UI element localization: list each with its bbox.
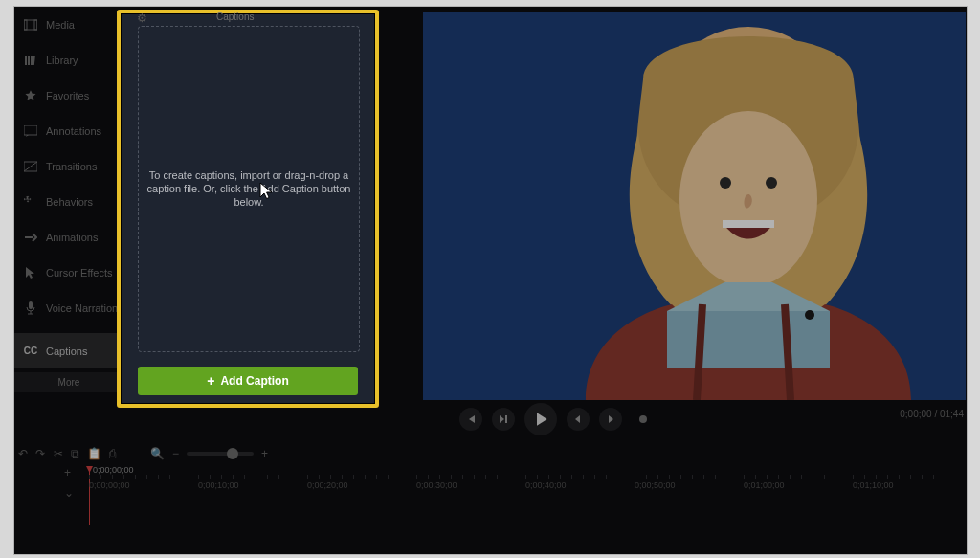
prev-marker-button[interactable] (567, 408, 590, 431)
media-icon (24, 18, 37, 32)
video-preview (423, 12, 966, 400)
sidebar-more[interactable]: More (14, 372, 123, 392)
svg-rect-2 (34, 20, 37, 30)
timeline-tick: 0;00;30;00 (416, 477, 498, 490)
timeline-toolbar: ↶ ↷ ✂ ⧉ 📋 ⎙ 🔍 − + (18, 442, 963, 465)
svg-rect-7 (24, 125, 37, 135)
sidebar-item-annotations[interactable]: Annotations (14, 113, 123, 148)
timeline-tick: 0;01;00;00 (744, 477, 825, 490)
paste-button[interactable]: 📋 (87, 447, 101, 460)
sidebar-label: Behaviors (46, 196, 93, 208)
sidebar-label: Library (46, 55, 78, 66)
timeline-tick: 0;00;20;00 (307, 477, 389, 490)
undo-button[interactable]: ↶ (18, 447, 28, 460)
collapse-track-button[interactable]: ⌄ (64, 486, 74, 500)
timeline-tick: 0;00;50;00 (635, 477, 716, 490)
cut-button[interactable]: ✂ (54, 447, 63, 460)
captions-drop-zone[interactable]: To create captions, import or drag-n-dro… (138, 26, 360, 352)
preview-frame (423, 12, 966, 400)
timecode: 0;00;00 / 01;44 (900, 409, 964, 419)
sidebar-item-behaviors[interactable]: Behaviors (14, 184, 123, 219)
play-button[interactable] (524, 403, 557, 435)
zoom-in-button[interactable]: + (261, 447, 268, 460)
svg-rect-3 (25, 56, 27, 65)
sidebar-label: Favorites (46, 90, 89, 101)
sidebar-label: Annotations (46, 125, 101, 137)
svg-rect-9 (29, 301, 33, 309)
copy-button[interactable]: ⧉ (71, 447, 79, 460)
zoom-out-button[interactable]: − (172, 447, 179, 460)
add-caption-button[interactable]: + Add Caption (138, 367, 358, 395)
timeline-tick: 0;00;40;00 (525, 477, 607, 490)
playhead-timecode: 0;00;00;00 (93, 465, 134, 475)
sidebar-label: Captions (46, 346, 87, 357)
behaviors-icon (24, 195, 37, 209)
svg-rect-0 (24, 20, 37, 30)
svg-rect-6 (33, 56, 35, 65)
svg-point-17 (805, 310, 814, 320)
annotations-icon (24, 124, 37, 138)
sidebar-item-animations[interactable]: Animations (14, 219, 123, 255)
sidebar-item-captions[interactable]: CCCaptions (14, 333, 123, 368)
sidebar-label: Animations (46, 232, 98, 243)
sidebar-item-cursor-effects[interactable]: Cursor Effects (14, 255, 123, 290)
timeline: +⌄ 0;00;00;00 0;00;00;000;00;10;000;00;2… (18, 466, 963, 550)
playback-bar: 0;00;00 / 01;44 (423, 400, 966, 433)
record-button[interactable] (632, 408, 655, 431)
sidebar-item-transitions[interactable]: Transitions (14, 148, 123, 184)
captions-panel-title: Captions (216, 11, 254, 22)
svg-rect-4 (28, 56, 30, 65)
zoom-slider-knob[interactable] (227, 448, 238, 459)
svg-rect-15 (723, 220, 774, 228)
add-caption-label: Add Caption (220, 374, 288, 388)
zoom-fit-button[interactable]: 🔍 (150, 447, 165, 460)
timeline-ruler[interactable]: 0;00;00;00 0;00;00;000;00;10;000;00;20;0… (89, 466, 963, 533)
mic-icon (24, 301, 37, 315)
transitions-icon (24, 160, 37, 173)
svg-point-13 (720, 177, 731, 189)
prev-frame-button[interactable] (459, 408, 482, 431)
sidebar-label: Transitions (46, 161, 97, 172)
captions-drop-instructions: To create captions, import or drag-n-dro… (146, 168, 351, 209)
sidebar-label: Voice Narration (46, 302, 118, 314)
plus-icon: + (207, 373, 214, 389)
sidebar-label: Media (46, 19, 75, 31)
library-icon (24, 54, 37, 67)
svg-point-18 (639, 415, 647, 423)
add-track-button[interactable]: + (64, 466, 74, 480)
next-marker-button[interactable] (599, 408, 622, 431)
cursor-icon (24, 266, 37, 279)
gear-icon[interactable]: ⚙ (137, 11, 147, 25)
step-button[interactable] (492, 408, 515, 431)
timeline-tick: 0;00;10;00 (198, 477, 279, 490)
svg-point-14 (766, 177, 777, 189)
svg-rect-5 (31, 56, 33, 65)
track-add-remove: +⌄ (64, 466, 74, 500)
timeline-tick: 0;01;10;00 (853, 477, 934, 490)
captions-panel: ⚙ Captions To create captions, import or… (117, 10, 379, 408)
timeline-tick: 0;00;00;00 (89, 477, 170, 490)
sidebar-label: Cursor Effects (46, 267, 113, 279)
sidebar-item-voice-narration[interactable]: Voice Narration (14, 290, 123, 325)
cc-icon: CC (24, 345, 37, 358)
zoom-slider[interactable] (187, 452, 254, 456)
split-button[interactable]: ⎙ (109, 447, 116, 460)
redo-button[interactable]: ↷ (35, 447, 45, 460)
star-icon (24, 89, 37, 102)
sidebar-item-favorites[interactable]: Favorites (14, 78, 123, 113)
animations-icon (24, 231, 37, 244)
sidebar-item-library[interactable]: Library (14, 42, 123, 78)
svg-rect-16 (667, 311, 830, 368)
svg-rect-1 (24, 20, 27, 30)
sidebar-item-media[interactable]: Media (14, 7, 123, 42)
